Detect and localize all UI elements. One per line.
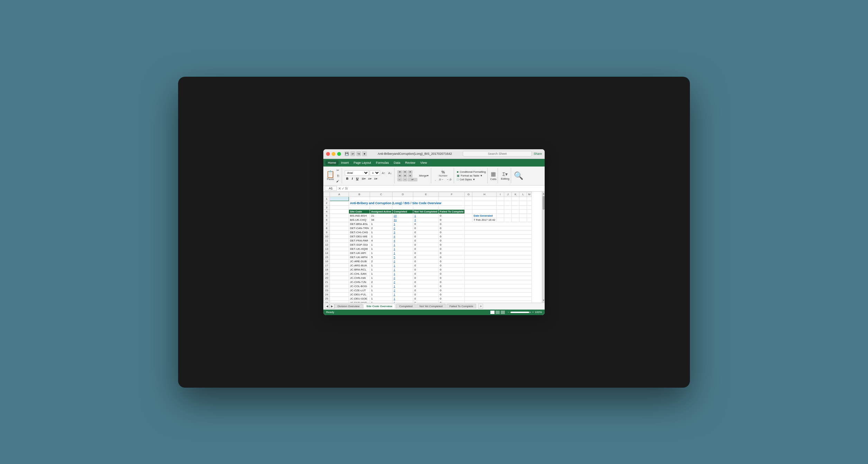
copy-button[interactable]: ⎘ <box>335 173 340 178</box>
cell-I6[interactable] <box>497 218 504 222</box>
cell-E10[interactable]: 0 <box>413 234 439 238</box>
cell-C10[interactable]: 1 <box>370 234 393 238</box>
cell-G19-rest[interactable] <box>465 272 532 276</box>
align-center-button[interactable]: ≡ <box>403 174 407 178</box>
cell-J4[interactable] <box>504 209 512 214</box>
vertical-scrollbar[interactable]: ▲ ▼ <box>542 192 545 303</box>
cell-E19[interactable]: 0 <box>413 272 439 276</box>
cell-M5[interactable] <box>527 214 532 218</box>
decrease-indent-button[interactable]: ← <box>397 178 402 181</box>
cell-F22[interactable]: 0 <box>438 284 465 288</box>
cell-A1[interactable] <box>330 197 349 201</box>
cell-H4[interactable] <box>472 209 497 214</box>
cell-K4[interactable] <box>512 209 519 214</box>
customize-icon[interactable]: ▾ <box>362 151 367 156</box>
cell-F4[interactable]: Failed To Complete <box>438 209 465 214</box>
save-icon[interactable]: 💾 <box>344 151 349 156</box>
cell-G24-rest[interactable] <box>465 292 532 296</box>
cell-G5[interactable] <box>465 214 472 218</box>
cell-D6[interactable]: 31 <box>393 218 413 222</box>
cell-A26[interactable] <box>330 301 349 303</box>
cell-F12[interactable]: 0 <box>438 243 465 247</box>
conditional-formatting-button[interactable]: ■ Conditional Formatting <box>457 170 486 173</box>
cell-B10[interactable]: DET-DEU-WE <box>349 234 370 238</box>
cell-reference-input[interactable] <box>325 186 337 191</box>
cell-D17[interactable]: 1 <box>393 263 413 267</box>
add-sheet-button[interactable]: + <box>478 304 483 309</box>
search-sheet-input[interactable] <box>463 151 532 157</box>
cell-B23[interactable]: JC-CZE-LUT <box>349 288 370 292</box>
cell-A22[interactable] <box>330 284 349 288</box>
cell-E1[interactable] <box>413 197 439 201</box>
col-header-I[interactable]: I <box>497 192 504 197</box>
cell-B24[interactable]: JC-DEU-FUL <box>349 292 370 296</box>
cell-E26[interactable]: 0 <box>413 301 439 303</box>
col-header-J[interactable]: J <box>504 192 512 197</box>
cell-G20-rest[interactable] <box>465 276 532 280</box>
cell-I5[interactable] <box>497 214 504 218</box>
col-header-E[interactable]: E <box>413 192 439 197</box>
cell-D13[interactable]: 1 <box>393 247 413 251</box>
scrollbar-thumb[interactable] <box>543 196 545 210</box>
col-header-D[interactable]: D <box>393 192 413 197</box>
menu-formulas[interactable]: Formulas <box>373 160 391 165</box>
zoom-in-button[interactable]: + <box>532 311 534 314</box>
fx-icon[interactable]: fx <box>345 187 348 190</box>
cell-F13[interactable]: 0 <box>438 247 465 251</box>
cell-M4[interactable] <box>527 209 532 214</box>
cell-C1[interactable] <box>370 197 393 201</box>
cell-C6[interactable]: 34 <box>370 218 393 222</box>
menu-insert[interactable]: Insert <box>339 160 351 165</box>
comma-button[interactable]: , <box>434 177 437 182</box>
cell-F10[interactable]: 0 <box>438 234 465 238</box>
cell-C21[interactable]: 2 <box>370 280 393 284</box>
col-header-M[interactable]: M <box>527 192 532 197</box>
cell-styles-button[interactable]: □ Cell Styles ▼ <box>457 178 486 181</box>
cell-D20[interactable]: 2 <box>393 276 413 280</box>
enter-formula-icon[interactable]: ✓ <box>342 187 344 190</box>
cell-A3[interactable] <box>330 205 349 209</box>
cell-F21[interactable]: 0 <box>438 280 465 284</box>
col-header-H[interactable]: H <box>472 192 497 197</box>
cell-B11[interactable]: DET-FRA-PAR <box>349 238 370 243</box>
close-button[interactable] <box>326 152 330 156</box>
cell-B21[interactable]: JC-CHN-TJN <box>349 280 370 284</box>
cell-E21[interactable]: 0 <box>413 280 439 284</box>
sheet-nav-prev-button[interactable]: ◀ <box>325 304 330 309</box>
col-header-K[interactable]: K <box>512 192 519 197</box>
cell-F8[interactable]: 0 <box>438 226 465 230</box>
cell-F5[interactable]: 0 <box>438 214 465 218</box>
undo-icon[interactable]: ↩ <box>350 151 355 156</box>
cell-D15[interactable]: 5 <box>393 255 413 259</box>
cell-I2[interactable] <box>497 201 504 205</box>
cancel-formula-icon[interactable]: ✕ <box>338 187 341 190</box>
cell-D24[interactable]: 1 <box>393 292 413 296</box>
wrap-text-button[interactable]: ↩ <box>408 178 417 181</box>
paste-area[interactable]: 📋 Paste <box>326 171 335 181</box>
cell-B2-title[interactable]: Anti-Bribery and Corruption (Long) / BIS… <box>349 201 465 205</box>
font-color-button[interactable]: A▾ <box>373 177 378 181</box>
cell-A7[interactable] <box>330 222 349 226</box>
font-size-select[interactable]: 10 <box>370 170 380 176</box>
cell-D10[interactable]: 4 <box>393 234 413 238</box>
cell-L1[interactable] <box>519 197 527 201</box>
cell-C4[interactable]: Assigned Active <box>370 209 393 214</box>
search-display[interactable]: 🔍 <box>514 172 523 180</box>
align-middle-button[interactable]: ≡ <box>403 170 407 174</box>
cell-H2[interactable] <box>472 201 497 205</box>
cell-C26[interactable]: 1 <box>370 301 393 303</box>
cell-B4[interactable]: Site Code <box>349 209 370 214</box>
cell-C17[interactable]: 1 <box>370 263 393 267</box>
cell-H3[interactable] <box>472 205 497 209</box>
cell-G21-rest[interactable] <box>465 280 532 284</box>
cell-M2[interactable] <box>527 201 532 205</box>
increase-font-button[interactable]: A↑ <box>381 171 387 176</box>
merge-button[interactable]: Merge▾ <box>418 173 430 178</box>
share-button[interactable]: Share <box>534 152 542 155</box>
cell-D12[interactable]: 1 <box>393 243 413 247</box>
cell-D14[interactable]: 1 <box>393 251 413 255</box>
menu-review[interactable]: Review <box>403 160 418 165</box>
cell-B8[interactable]: DET-CAN-TRN <box>349 226 370 230</box>
cell-C13[interactable]: 1 <box>370 247 393 251</box>
cell-C24[interactable]: 1 <box>370 292 393 296</box>
